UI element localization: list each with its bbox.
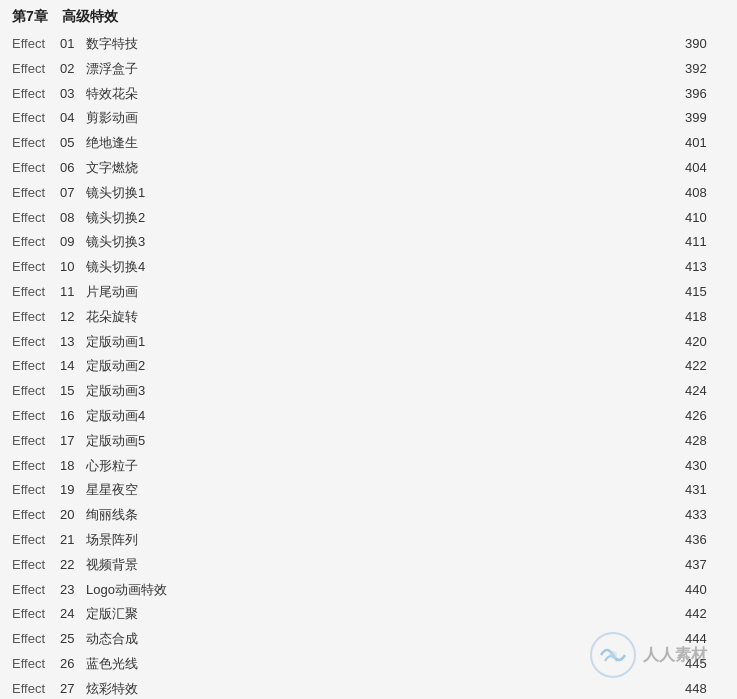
effect-label: Effect (12, 480, 60, 501)
effect-label: Effect (12, 456, 60, 477)
effect-row: Effect13定版动画1420 (12, 330, 725, 355)
effect-number: 22 (60, 555, 86, 576)
effect-row: Effect21场景阵列436 (12, 528, 725, 553)
effect-number: 23 (60, 580, 86, 601)
effect-name: 剪影动画 (86, 108, 685, 129)
effect-label: Effect (12, 332, 60, 353)
effect-page: 413 (685, 257, 725, 278)
effect-page: 436 (685, 530, 725, 551)
effect-page: 442 (685, 604, 725, 625)
effect-label: Effect (12, 307, 60, 328)
watermark-logo-icon (589, 631, 637, 679)
effect-number: 09 (60, 232, 86, 253)
effect-label: Effect (12, 431, 60, 452)
effect-page: 396 (685, 84, 725, 105)
effect-page: 390 (685, 34, 725, 55)
effect-page: 437 (685, 555, 725, 576)
effect-name: 定版汇聚 (86, 604, 685, 625)
effect-row: Effect24定版汇聚442 (12, 602, 725, 627)
effect-number: 11 (60, 282, 86, 303)
effect-number: 16 (60, 406, 86, 427)
effect-name: 镜头切换1 (86, 183, 685, 204)
effect-label: Effect (12, 108, 60, 129)
effect-number: 05 (60, 133, 86, 154)
effect-name: 特效花朵 (86, 84, 685, 105)
effect-row: Effect20绚丽线条433 (12, 503, 725, 528)
effect-page: 433 (685, 505, 725, 526)
effect-number: 17 (60, 431, 86, 452)
effect-name: 绚丽线条 (86, 505, 685, 526)
effect-row: Effect16定版动画4426 (12, 404, 725, 429)
effect-number: 06 (60, 158, 86, 179)
effect-row: Effect10镜头切换4413 (12, 255, 725, 280)
effect-name: 定版动画5 (86, 431, 685, 452)
effect-label: Effect (12, 158, 60, 179)
effect-page: 431 (685, 480, 725, 501)
effect-label: Effect (12, 183, 60, 204)
effect-row: Effect11片尾动画415 (12, 280, 725, 305)
effect-name: 文字燃烧 (86, 158, 685, 179)
effect-label: Effect (12, 282, 60, 303)
effect-name: Logo动画特效 (86, 580, 685, 601)
effect-name: 炫彩特效 (86, 679, 685, 699)
effect-number: 24 (60, 604, 86, 625)
effect-label: Effect (12, 629, 60, 650)
effect-label: Effect (12, 580, 60, 601)
effect-label: Effect (12, 679, 60, 699)
effect-row: Effect06文字燃烧404 (12, 156, 725, 181)
effect-name: 心形粒子 (86, 456, 685, 477)
effect-page: 415 (685, 282, 725, 303)
effect-number: 07 (60, 183, 86, 204)
effect-page: 404 (685, 158, 725, 179)
effect-number: 03 (60, 84, 86, 105)
effect-number: 27 (60, 679, 86, 699)
effect-number: 21 (60, 530, 86, 551)
effect-list: Effect01数字特技390Effect02漂浮盒子392Effect03特效… (0, 32, 737, 699)
effect-name: 镜头切换4 (86, 257, 685, 278)
effect-page: 420 (685, 332, 725, 353)
effect-name: 镜头切换2 (86, 208, 685, 229)
chapter-title: 第7章 高级特效 (0, 0, 737, 32)
effect-label: Effect (12, 257, 60, 278)
effect-page: 424 (685, 381, 725, 402)
chapter-name: 高级特效 (62, 8, 118, 24)
effect-number: 20 (60, 505, 86, 526)
effect-page: 399 (685, 108, 725, 129)
effect-number: 04 (60, 108, 86, 129)
effect-name: 视频背景 (86, 555, 685, 576)
effect-page: 408 (685, 183, 725, 204)
watermark-text: 人人素材 (643, 645, 707, 666)
effect-label: Effect (12, 406, 60, 427)
effect-name: 镜头切换3 (86, 232, 685, 253)
effect-number: 08 (60, 208, 86, 229)
effect-row: Effect05绝地逢生401 (12, 131, 725, 156)
effect-page: 411 (685, 232, 725, 253)
effect-row: Effect22视频背景437 (12, 553, 725, 578)
effect-page: 401 (685, 133, 725, 154)
effect-page: 430 (685, 456, 725, 477)
effect-name: 花朵旋转 (86, 307, 685, 328)
effect-label: Effect (12, 654, 60, 675)
effect-name: 定版动画2 (86, 356, 685, 377)
effect-number: 12 (60, 307, 86, 328)
effect-number: 26 (60, 654, 86, 675)
effect-page: 410 (685, 208, 725, 229)
effect-name: 定版动画1 (86, 332, 685, 353)
effect-row: Effect17定版动画5428 (12, 429, 725, 454)
effect-page: 448 (685, 679, 725, 699)
effect-number: 10 (60, 257, 86, 278)
effect-page: 392 (685, 59, 725, 80)
effect-row: Effect08镜头切换2410 (12, 206, 725, 231)
effect-row: Effect09镜头切换3411 (12, 230, 725, 255)
effect-number: 01 (60, 34, 86, 55)
effect-label: Effect (12, 34, 60, 55)
effect-name: 星星夜空 (86, 480, 685, 501)
effect-name: 数字特技 (86, 34, 685, 55)
chapter-number: 第7章 (12, 8, 48, 24)
effect-number: 25 (60, 629, 86, 650)
effect-page: 428 (685, 431, 725, 452)
svg-point-1 (609, 651, 617, 659)
effect-row: Effect18心形粒子430 (12, 454, 725, 479)
effect-label: Effect (12, 530, 60, 551)
effect-name: 片尾动画 (86, 282, 685, 303)
